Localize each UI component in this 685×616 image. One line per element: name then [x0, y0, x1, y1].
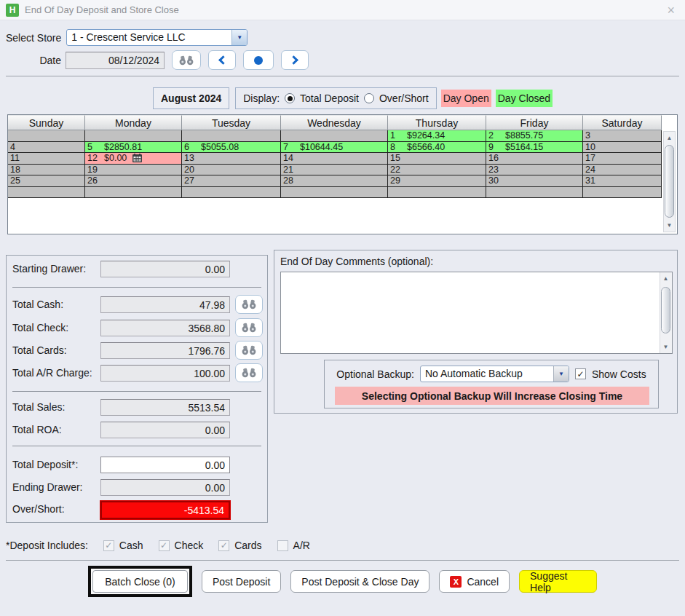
calendar-cell-day-16[interactable]: 16	[486, 153, 583, 165]
calendar-cell-day-24[interactable]: 24	[583, 165, 662, 176]
binoculars-icon	[241, 368, 257, 378]
radio-total-deposit[interactable]	[285, 93, 295, 103]
cards-checkbox: ✓	[218, 540, 229, 551]
scroll-thumb[interactable]	[661, 287, 670, 333]
totals-panel: Starting Drawer: Total Cash: Total Check…	[6, 255, 268, 523]
calendar-cell-day-29[interactable]: 29	[388, 175, 486, 187]
comments-scrollbar[interactable]: ▲ ▼	[660, 272, 672, 353]
calendar-cell-day-20[interactable]: 20	[182, 165, 281, 176]
total-check-label: Total Check:	[12, 322, 68, 333]
scroll-thumb[interactable]	[665, 145, 674, 218]
calendar-cell-day-27[interactable]: 27	[182, 175, 281, 187]
calendar-cell[interactable]	[8, 130, 85, 142]
calendar-cell[interactable]	[8, 187, 85, 199]
calendar-cell-day-9[interactable]: 9$5164.15	[486, 142, 583, 154]
calendar-cell[interactable]	[182, 187, 281, 199]
radio-over-short-label: Over/Short	[379, 92, 429, 104]
ending-drawer-field	[100, 479, 230, 496]
close-icon[interactable]: ×	[667, 3, 675, 18]
optional-backup-group: Optional Backup: No Automatic Backup ▼ ✓…	[324, 360, 659, 408]
divider	[12, 287, 261, 288]
cancel-x-icon: X	[450, 576, 462, 588]
calendar-cell[interactable]	[486, 187, 583, 199]
radio-over-short[interactable]	[364, 93, 374, 103]
calendar-cell-day-28[interactable]: 28	[281, 175, 388, 187]
binoculars-icon	[241, 323, 257, 333]
total-cash-detail-button[interactable]	[235, 295, 263, 314]
calendar-scrollbar[interactable]: ▲ ▼	[663, 131, 676, 232]
today-button[interactable]	[243, 50, 274, 70]
legend-day-open: Day Open	[441, 90, 491, 107]
backup-select-value: No Automatic Backup	[421, 366, 553, 382]
total-deposit-input[interactable]	[100, 457, 230, 473]
cards-checkbox-label: Cards	[234, 540, 261, 551]
calendar-cell-day-8[interactable]: 8$6566.40	[388, 142, 486, 154]
calendar-cell-day-15[interactable]: 15	[388, 153, 486, 165]
calendar-cell-day-1[interactable]: 1$9264.34	[388, 130, 486, 142]
comments-textarea[interactable]: ▲ ▼	[280, 272, 673, 354]
calendar-cell-day-10[interactable]: 10	[583, 142, 662, 154]
calendar-cell-day-6[interactable]: 6$5055.08	[182, 142, 281, 154]
backup-warning: Selecting Optional Backup Will Increase …	[335, 387, 649, 405]
calendar-cell-day-31[interactable]: 31	[583, 175, 662, 187]
show-costs-checkbox[interactable]: ✓	[575, 368, 586, 379]
calendar-cell-day-22[interactable]: 22	[388, 165, 486, 176]
ar-checkbox[interactable]	[277, 540, 288, 551]
calendar-cell-day-7[interactable]: 7$10644.45	[281, 142, 388, 154]
batch-close-button[interactable]: Batch Close (0)	[92, 570, 188, 593]
calendar-cell-day-26[interactable]: 26	[85, 175, 182, 187]
divider	[12, 391, 261, 392]
cancel-button[interactable]: X Cancel	[439, 570, 510, 593]
day-header-tuesday: Tuesday	[182, 115, 281, 130]
store-select[interactable]: 1 - Crescent Service LLC ▼	[66, 29, 248, 46]
chevron-down-icon[interactable]: ▼	[231, 30, 247, 45]
calendar-cell-day-2[interactable]: 2$8855.75	[486, 130, 583, 142]
next-day-button[interactable]	[281, 50, 309, 70]
backup-select[interactable]: No Automatic Backup ▼	[420, 366, 569, 382]
total-ar-detail-button[interactable]	[235, 363, 263, 382]
cash-checkbox-label: Cash	[119, 540, 143, 551]
calendar-cell-day-18[interactable]: 18	[8, 165, 85, 176]
date-lookup-button[interactable]	[172, 50, 201, 70]
calendar-cell[interactable]	[281, 130, 388, 142]
post-deposit-close-day-button[interactable]: Post Deposit & Close Day	[290, 570, 429, 593]
total-cards-label: Total Cards:	[12, 344, 67, 356]
calendar-cell-day-4[interactable]: 4	[8, 142, 85, 154]
scroll-up-icon[interactable]: ▲	[660, 273, 671, 284]
calendar-cell[interactable]	[388, 187, 486, 199]
calendar-cell-day-17[interactable]: 17	[583, 153, 662, 165]
chevron-right-icon	[289, 55, 298, 65]
legend-day-closed: Day Closed	[496, 90, 553, 107]
calendar-cell[interactable]	[281, 187, 388, 199]
scroll-down-icon[interactable]: ▼	[660, 341, 671, 352]
chevron-down-icon[interactable]: ▼	[553, 366, 569, 382]
total-cards-detail-button[interactable]	[235, 341, 263, 360]
calendar-cell[interactable]	[583, 187, 662, 199]
calendar-cell-day-14[interactable]: 14	[281, 153, 388, 165]
title-bar: H End Of Day Deposit and Store Close ×	[0, 0, 685, 20]
calendar-cell-day-13[interactable]: 13	[182, 153, 281, 165]
total-ar-charge-field	[100, 365, 230, 382]
previous-day-button[interactable]	[208, 50, 236, 70]
divider	[12, 446, 261, 446]
ending-drawer-label: Ending Drawer:	[12, 481, 83, 493]
calendar-cell-day-5[interactable]: 5$2850.81	[85, 142, 182, 154]
scroll-up-icon[interactable]: ▲	[664, 133, 675, 143]
calendar-cell-day-3[interactable]: 3	[583, 130, 662, 142]
calendar-cell-day-19[interactable]: 19	[85, 165, 182, 176]
calendar-cell-day-30[interactable]: 30	[486, 175, 583, 187]
calendar-cell-day-21[interactable]: 21	[281, 165, 388, 176]
over-short-label: Over/Short:	[12, 503, 65, 515]
post-deposit-button[interactable]: Post Deposit	[202, 570, 281, 593]
calendar-cell[interactable]	[182, 130, 281, 142]
calendar-cell[interactable]	[85, 130, 182, 142]
radio-total-deposit-label: Total Deposit	[300, 92, 359, 104]
calendar-cell-day-23[interactable]: 23	[486, 165, 583, 176]
calendar-cell-day-25[interactable]: 25	[8, 175, 85, 187]
calendar-cell-day-11[interactable]: 11	[8, 153, 85, 165]
total-check-detail-button[interactable]	[235, 318, 263, 337]
suggest-help-button[interactable]: Suggest Help	[519, 570, 597, 593]
calendar-cell[interactable]	[85, 187, 182, 199]
scroll-down-icon[interactable]: ▼	[664, 220, 675, 231]
calendar-cell-day-12[interactable]: 12$0.00	[85, 153, 182, 165]
